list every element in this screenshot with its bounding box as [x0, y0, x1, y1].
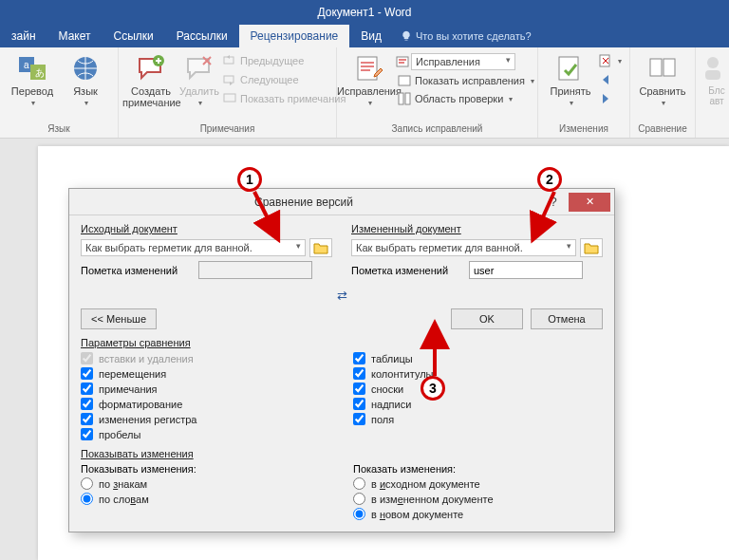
svg-rect-10 — [397, 57, 408, 66]
opt-headers[interactable]: колонтитулы — [353, 367, 603, 380]
tab-references[interactable]: Ссылки — [102, 25, 164, 47]
svg-rect-11 — [399, 76, 410, 85]
show-left-label: Показывать изменения: — [81, 463, 330, 475]
svg-rect-17 — [664, 59, 675, 76]
radio-in-new[interactable]: в новом документе — [353, 508, 603, 520]
tracking-mode-select[interactable]: Исправления — [411, 53, 515, 70]
group-compare: Сравнить▾ Сравнение — [630, 47, 696, 138]
revised-changes-label: Пометка изменений — [351, 265, 463, 276]
revised-browse-button[interactable] — [580, 238, 603, 257]
show-markup-button[interactable]: Показать исправления▾ — [396, 73, 536, 88]
lightbulb-icon — [401, 30, 412, 42]
track-changes-button[interactable]: Исправления▾ — [343, 51, 396, 109]
globe-icon — [70, 53, 101, 84]
revised-file-select[interactable]: Как выбрать герметик для ванной. — [351, 239, 576, 256]
block-icon — [701, 53, 729, 84]
annotation-marker-2: 2 — [537, 167, 562, 192]
swap-button[interactable]: ⇄ — [81, 289, 603, 303]
svg-rect-19 — [705, 70, 720, 80]
tell-me-text: Что вы хотите сделать? — [416, 30, 532, 42]
show-comments-button: Показать примечания — [221, 91, 347, 106]
compare-button[interactable]: Сравнить▾ — [636, 51, 689, 109]
block-authors-button: Блс авт — [701, 51, 729, 108]
group-label-tracking: Запись исправлений — [343, 121, 532, 136]
svg-rect-15 — [600, 55, 609, 66]
prev-change-icon — [599, 73, 612, 86]
source-column: Исходный документ Как выбрать герметик д… — [81, 223, 332, 279]
svg-rect-13 — [405, 93, 410, 104]
tracking-mode-icon — [396, 55, 409, 68]
group-label-comments: Примечания — [124, 121, 330, 136]
group-comments: Создать примечание Удалить▾ Предыдущее С… — [119, 47, 337, 138]
accept-button[interactable]: Принять▾ — [544, 51, 597, 109]
svg-rect-8 — [224, 94, 235, 102]
revised-changes-input[interactable] — [469, 261, 583, 279]
opt-moves[interactable]: перемещения — [81, 367, 330, 380]
group-tracking: Исправления▾ Исправления Показать исправ… — [337, 47, 538, 138]
next-icon — [223, 73, 236, 86]
opt-comments[interactable]: примечания — [81, 383, 330, 395]
svg-rect-16 — [650, 59, 662, 76]
delete-comment-icon — [184, 53, 215, 84]
pane-icon — [398, 92, 411, 105]
source-changes-label: Пометка изменений — [81, 265, 193, 276]
accept-icon — [555, 53, 586, 84]
annotation-marker-3: 3 — [421, 376, 445, 401]
source-file-select[interactable]: Как выбрать герметик для ванной. — [81, 239, 306, 256]
ribbon-tabs: зайн Макет Ссылки Рассылки Рецензировани… — [0, 25, 729, 47]
reject-icon — [599, 54, 612, 67]
svg-rect-14 — [559, 57, 578, 80]
reviewing-pane-button[interactable]: Область проверки▾ — [396, 91, 536, 106]
tab-review[interactable]: Рецензирование — [239, 25, 350, 47]
language-button[interactable]: Язык▾ — [59, 51, 112, 109]
opt-fields[interactable]: поля — [353, 413, 603, 425]
tab-layout[interactable]: Макет — [47, 25, 103, 47]
opt-insdel: вставки и удаления — [81, 352, 330, 364]
group-language: aあ Перевод▾ Язык▾ Язык — [0, 47, 119, 138]
prev-comment-button: Предыдущее — [221, 53, 347, 68]
opt-captions[interactable]: надписи — [353, 398, 603, 410]
opt-tables[interactable]: таблицы — [353, 352, 603, 364]
group-label-language: Язык — [6, 121, 112, 136]
next-change-icon — [599, 92, 612, 105]
source-changes-input[interactable] — [198, 261, 312, 279]
next-comment-button: Следующее — [221, 72, 347, 87]
next-change-button[interactable] — [597, 91, 624, 106]
close-icon: ✕ — [586, 196, 594, 208]
delete-comment-button: Удалить▾ — [178, 51, 221, 109]
opt-footnotes[interactable]: сноски — [353, 383, 603, 395]
annotation-arrow-2 — [532, 192, 560, 241]
radio-in-revised[interactable]: в измененном документе — [353, 493, 603, 505]
dialog-close-button[interactable]: ✕ — [569, 193, 610, 212]
translate-button[interactable]: aあ Перевод▾ — [6, 51, 59, 109]
reject-button[interactable]: ▾ — [597, 53, 624, 68]
group-label-compare: Сравнение — [636, 121, 689, 136]
radio-by-words[interactable]: по словам — [81, 493, 330, 505]
svg-text:a: a — [24, 60, 29, 70]
translate-icon: aあ — [17, 53, 47, 84]
tell-me[interactable]: Что вы хотите сделать? — [393, 25, 539, 47]
tab-view[interactable]: Вид — [349, 25, 393, 47]
opt-formatting[interactable]: форматирование — [81, 398, 330, 410]
show-head: Показывать изменения — [81, 448, 603, 459]
radio-in-source[interactable]: в исходном документе — [353, 477, 603, 490]
title-bar: Документ1 - Word — [0, 0, 729, 25]
less-button[interactable]: << Меньше — [81, 308, 157, 329]
source-browse-button[interactable] — [309, 238, 332, 257]
cancel-button[interactable]: Отмена — [531, 308, 603, 329]
ok-button[interactable]: OK — [451, 308, 523, 329]
prev-change-button[interactable] — [597, 72, 624, 87]
annotation-arrow-1 — [251, 192, 279, 241]
source-head: Исходный документ — [81, 223, 332, 234]
tab-mailings[interactable]: Рассылки — [165, 25, 239, 47]
svg-point-18 — [707, 57, 719, 68]
opt-case[interactable]: изменения регистра — [81, 413, 330, 425]
annotation-arrow-3 — [425, 327, 444, 382]
svg-rect-7 — [224, 76, 234, 83]
tab-design[interactable]: зайн — [0, 25, 47, 47]
opt-whitespace[interactable]: пробелы — [81, 428, 330, 440]
folder-icon — [584, 241, 599, 254]
dialog-title: Сравнение версий — [69, 196, 538, 209]
radio-by-chars[interactable]: по знакам — [81, 477, 330, 490]
new-comment-button[interactable]: Создать примечание — [124, 51, 178, 110]
